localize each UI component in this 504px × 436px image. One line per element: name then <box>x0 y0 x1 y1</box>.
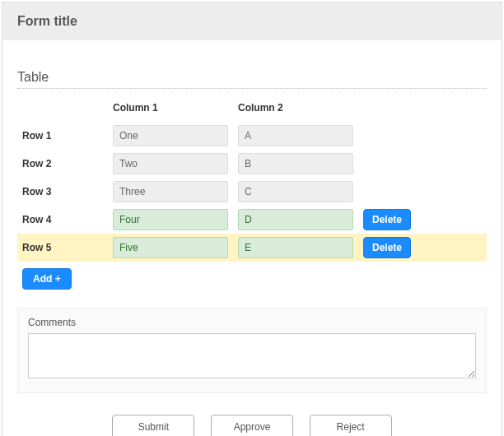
add-row-button[interactable]: Add + <box>22 268 72 290</box>
delete-row-button[interactable]: Delete <box>363 209 411 230</box>
panel-header: Form title <box>2 2 502 40</box>
comments-textarea[interactable] <box>28 333 476 378</box>
cell-input <box>238 181 353 202</box>
col-header-2: Column 2 <box>233 97 358 122</box>
reject-button[interactable]: Reject <box>310 415 392 436</box>
col-actions <box>358 97 487 122</box>
comments-block: Comments <box>17 308 487 393</box>
panel-body: Table Column 1 Column 2 Row 1Row 2Row 3R… <box>2 40 502 436</box>
row-label: Row 2 <box>17 150 108 178</box>
cell-input[interactable] <box>238 209 353 230</box>
table-row: Row 5Delete <box>17 234 487 262</box>
table-section-title: Table <box>17 70 487 85</box>
col-rowlabel <box>17 97 108 122</box>
cell-input <box>113 181 228 202</box>
cell-input[interactable] <box>113 237 228 258</box>
table-row: Row 2 <box>17 150 487 178</box>
section-divider <box>17 88 487 89</box>
footer-actions: Submit Approve Reject <box>17 415 487 436</box>
row-label: Row 4 <box>17 206 108 234</box>
col-header-1: Column 1 <box>108 97 233 122</box>
table-row: Row 3 <box>17 178 487 206</box>
row-label: Row 1 <box>17 122 108 150</box>
cell-input <box>238 153 353 174</box>
comments-label: Comments <box>28 317 476 328</box>
data-table: Column 1 Column 2 Row 1Row 2Row 3Row 4De… <box>17 97 487 262</box>
cell-input <box>238 125 353 146</box>
row-label: Row 3 <box>17 178 108 206</box>
row-label: Row 5 <box>17 234 108 262</box>
cell-input[interactable] <box>113 209 228 230</box>
submit-button[interactable]: Submit <box>112 415 194 436</box>
form-title: Form title <box>17 14 487 29</box>
cell-input[interactable] <box>238 237 353 258</box>
cell-input <box>113 153 228 174</box>
table-row: Row 1 <box>17 122 487 150</box>
form-panel: Form title Table Column 1 Column 2 Row 1… <box>2 2 502 436</box>
approve-button[interactable]: Approve <box>211 415 293 436</box>
cell-input <box>113 125 228 146</box>
table-row: Row 4Delete <box>17 206 487 234</box>
delete-row-button[interactable]: Delete <box>363 237 411 258</box>
